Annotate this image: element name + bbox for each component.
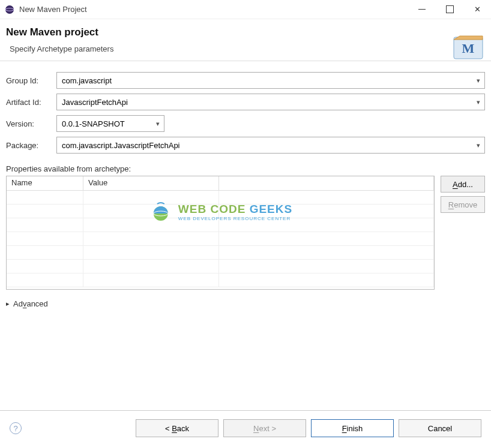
svg-text:M: M (462, 41, 475, 56)
cancel-button[interactable]: Cancel (399, 419, 481, 437)
page-subtitle: Specify Archetype parameters (10, 44, 113, 53)
maven-icon: M (451, 31, 485, 62)
version-label: Version: (6, 119, 56, 128)
page-title: New Maven project (6, 26, 113, 38)
column-header-spacer (219, 176, 434, 191)
finish-button[interactable]: Finish (311, 419, 394, 437)
titlebar: New Maven Project (0, 0, 491, 19)
group-id-field[interactable] (56, 72, 485, 89)
artifact-id-label: Artifact Id: (6, 98, 56, 107)
column-header-value[interactable]: Value (83, 176, 219, 191)
package-field[interactable] (56, 137, 485, 154)
back-button[interactable]: < Back (136, 419, 218, 437)
next-button: Next > (223, 419, 306, 437)
properties-label: Properties available from archetype: (6, 164, 485, 173)
window-controls (408, 0, 491, 19)
close-button[interactable] (463, 0, 491, 19)
help-icon[interactable]: ? (10, 422, 22, 434)
version-field[interactable] (56, 115, 164, 132)
button-bar: ? < Back Next > Finish Cancel (0, 410, 491, 448)
column-header-name[interactable]: Name (7, 176, 83, 191)
properties-table[interactable]: Name Value (6, 176, 435, 290)
remove-button: Remove (441, 196, 485, 213)
package-label: Package: (6, 141, 56, 150)
maximize-button[interactable] (436, 0, 463, 19)
wizard-header: New Maven project Specify Archetype para… (0, 19, 491, 61)
artifact-id-field[interactable] (56, 94, 485, 110)
advanced-toggle[interactable]: ▸ Advanced (6, 299, 485, 308)
table-body[interactable] (7, 191, 434, 289)
eclipse-icon (5, 5, 14, 14)
minimize-button[interactable] (408, 0, 436, 19)
add-button[interactable]: Add... (441, 176, 485, 193)
window-title: New Maven Project (19, 5, 87, 14)
triangle-right-icon: ▸ (6, 300, 10, 308)
group-id-label: Group Id: (6, 76, 56, 85)
svg-point-0 (5, 5, 14, 14)
form-area: Group Id: ▾ Artifact Id: ▾ Version: ▾ Pa… (0, 61, 491, 410)
